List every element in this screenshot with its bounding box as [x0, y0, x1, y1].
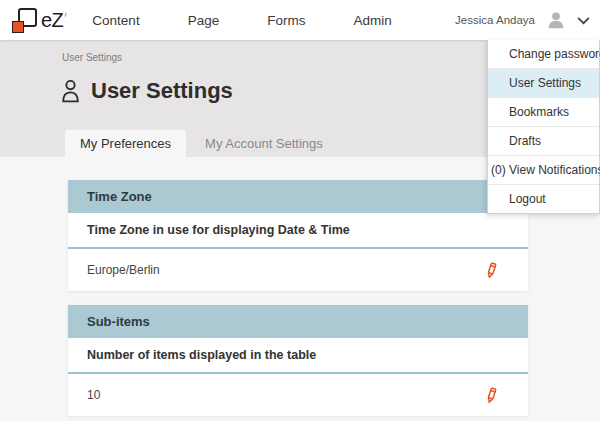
- pencil-icon: [483, 262, 500, 279]
- tab-my-preferences[interactable]: My Preferences: [65, 130, 186, 157]
- ez-logo-icon: [12, 8, 37, 33]
- menu-item-change-password[interactable]: Change password: [488, 40, 599, 69]
- user-icon: [60, 79, 81, 104]
- app-window: eZ Content Page Forms Admin Jessica Anda…: [0, 0, 600, 421]
- menu-item-view-notifications[interactable]: (0)View Notifications: [488, 156, 599, 185]
- main-nav: Content Page Forms Admin: [92, 13, 391, 28]
- subitems-setting-label: Number of items displayed in the table: [68, 338, 528, 374]
- menu-item-user-settings[interactable]: User Settings: [488, 69, 599, 98]
- user-dropdown-menu: Change password User Settings Bookmarks …: [487, 40, 600, 214]
- tab-my-account-settings[interactable]: My Account Settings: [190, 130, 338, 157]
- nav-item-content[interactable]: Content: [92, 13, 139, 28]
- ez-logo[interactable]: eZ: [12, 8, 68, 33]
- nav-item-admin[interactable]: Admin: [353, 13, 391, 28]
- page-title-row: User Settings: [60, 78, 233, 104]
- subitems-section-header: Sub-items: [68, 305, 528, 338]
- nav-item-page[interactable]: Page: [188, 13, 220, 28]
- menu-item-bookmarks[interactable]: Bookmarks: [488, 98, 599, 127]
- menu-item-logout[interactable]: Logout: [488, 185, 599, 213]
- timezone-value: Europe/Berlin: [87, 263, 160, 277]
- logo-orange-square: [12, 21, 24, 33]
- timezone-edit-button[interactable]: [483, 262, 500, 279]
- breadcrumb: User Settings: [62, 52, 122, 63]
- subitems-edit-button[interactable]: [483, 387, 500, 404]
- tab-bar: My Preferences My Account Settings: [65, 130, 338, 157]
- top-bar: eZ Content Page Forms Admin Jessica Anda…: [0, 0, 600, 40]
- user-name: Jessica Andaya: [455, 14, 535, 26]
- timezone-section: Time Zone Time Zone in use for displayin…: [68, 180, 528, 291]
- trademark-mark: [65, 13, 69, 18]
- subitems-value: 10: [87, 388, 100, 402]
- timezone-value-row: Europe/Berlin: [68, 249, 528, 291]
- logo-text: eZ: [41, 9, 63, 32]
- chevron-down-icon: [577, 16, 590, 25]
- timezone-section-header: Time Zone: [68, 180, 528, 213]
- menu-item-label: View Notifications: [509, 163, 600, 177]
- page-title: User Settings: [91, 78, 233, 104]
- menu-item-drafts[interactable]: Drafts: [488, 127, 599, 156]
- timezone-setting-label: Time Zone in use for displaying Date & T…: [68, 213, 528, 249]
- pencil-icon: [483, 387, 500, 404]
- subitems-section: Sub-items Number of items displayed in t…: [68, 305, 528, 416]
- avatar-icon: [545, 9, 567, 31]
- user-menu-trigger[interactable]: Jessica Andaya: [455, 9, 600, 31]
- notification-count-badge: (0): [491, 156, 506, 184]
- subitems-value-row: 10: [68, 374, 528, 416]
- nav-item-forms[interactable]: Forms: [267, 13, 305, 28]
